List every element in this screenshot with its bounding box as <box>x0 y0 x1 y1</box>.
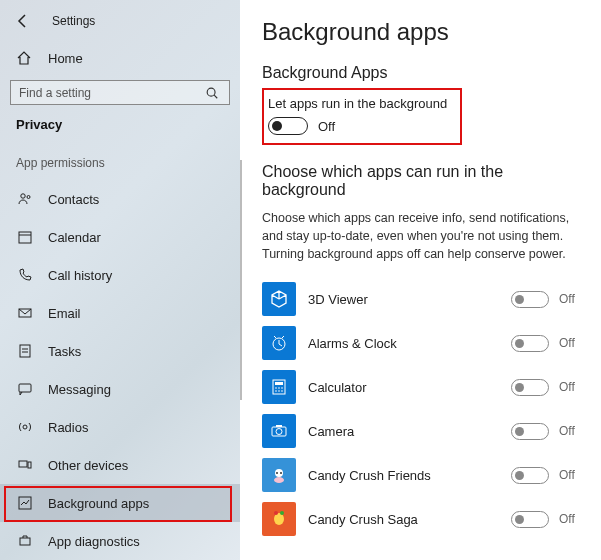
search-icon <box>205 86 221 100</box>
section-title-2: Choose which apps can run in the backgro… <box>262 163 587 199</box>
app-name: Camera <box>308 424 499 439</box>
master-toggle[interactable] <box>268 117 308 135</box>
master-toggle-label: Let apps run in the background <box>268 96 450 111</box>
sidebar-item-label: Other devices <box>48 458 128 473</box>
svg-rect-16 <box>275 382 283 385</box>
app-toggle-state: Off <box>559 512 587 526</box>
background-apps-icon <box>16 494 34 512</box>
sidebar-item-contacts[interactable]: Contacts <box>0 180 240 218</box>
app-name: Candy Crush Friends <box>308 468 499 483</box>
home-label: Home <box>48 51 83 66</box>
main-panel: Background apps Background Apps Let apps… <box>240 0 601 560</box>
sidebar-item-label: Call history <box>48 268 112 283</box>
tasks-icon <box>16 342 34 360</box>
sidebar-item-tasks[interactable]: Tasks <box>0 332 240 370</box>
svg-point-20 <box>275 391 277 393</box>
app-row-candy-crush-friends: Candy Crush Friends Off <box>262 453 587 497</box>
sidebar-item-other-devices[interactable]: Other devices <box>0 446 240 484</box>
svg-point-29 <box>280 472 282 474</box>
calendar-icon <box>16 228 34 246</box>
master-toggle-state: Off <box>318 119 335 134</box>
sidebar-item-calendar[interactable]: Calendar <box>0 218 240 256</box>
svg-point-19 <box>281 388 283 390</box>
svg-point-3 <box>27 196 30 199</box>
svg-rect-4 <box>19 232 31 243</box>
contacts-icon <box>16 190 34 208</box>
svg-point-17 <box>275 388 277 390</box>
sidebar-item-email[interactable]: Email <box>0 294 240 332</box>
app-icon-candy-crush-saga <box>262 502 296 536</box>
sidebar: Settings Home Privacy App permissions Co… <box>0 0 240 560</box>
category-label: Privacy <box>0 117 240 142</box>
svg-point-32 <box>280 511 284 515</box>
svg-point-27 <box>274 477 284 483</box>
group-label: App permissions <box>0 142 240 180</box>
sidebar-item-home[interactable]: Home <box>0 42 240 74</box>
app-toggle-state: Off <box>559 380 587 394</box>
section-title-1: Background Apps <box>262 64 587 82</box>
sidebar-item-label: Email <box>48 306 81 321</box>
app-row-3d-viewer: 3D Viewer Off <box>262 277 587 321</box>
email-icon <box>16 304 34 322</box>
app-icon-3d-viewer <box>262 282 296 316</box>
app-toggle-state: Off <box>559 468 587 482</box>
svg-rect-11 <box>28 462 31 468</box>
sidebar-item-background-apps[interactable]: Background apps <box>0 484 240 522</box>
app-name: Calculator <box>308 380 499 395</box>
svg-rect-13 <box>20 538 30 545</box>
app-icon-alarms-clock <box>262 326 296 360</box>
scrollbar[interactable] <box>240 160 242 400</box>
sidebar-item-label: Contacts <box>48 192 99 207</box>
svg-rect-25 <box>276 425 282 427</box>
sidebar-item-messaging[interactable]: Messaging <box>0 370 240 408</box>
app-toggle[interactable] <box>511 291 549 308</box>
app-icon-candy-crush-friends <box>262 458 296 492</box>
sidebar-item-label: Messaging <box>48 382 111 397</box>
app-toggle[interactable] <box>511 379 549 396</box>
app-toggle[interactable] <box>511 335 549 352</box>
phone-icon <box>16 266 34 284</box>
svg-point-22 <box>281 391 283 393</box>
app-name: 3D Viewer <box>308 292 499 307</box>
app-row-camera: Camera Off <box>262 409 587 453</box>
app-row-candy-crush-saga: Candy Crush Saga Off <box>262 497 587 541</box>
app-name: Candy Crush Saga <box>308 512 499 527</box>
svg-point-31 <box>274 511 278 515</box>
svg-point-2 <box>21 194 25 198</box>
radios-icon <box>16 418 34 436</box>
svg-point-21 <box>278 391 280 393</box>
app-list: 3D Viewer Off Alarms & Clock Off Calcula… <box>262 277 587 541</box>
sidebar-item-label: App diagnostics <box>48 534 140 549</box>
svg-point-0 <box>207 88 215 96</box>
sidebar-item-label: Tasks <box>48 344 81 359</box>
master-toggle-block: Let apps run in the background Off <box>262 88 462 145</box>
app-name: Alarms & Clock <box>308 336 499 351</box>
svg-point-9 <box>23 425 27 429</box>
app-icon-camera <box>262 414 296 448</box>
svg-line-1 <box>214 95 217 98</box>
app-row-alarms-clock: Alarms & Clock Off <box>262 321 587 365</box>
svg-point-28 <box>276 472 278 474</box>
diagnostics-icon <box>16 532 34 550</box>
app-toggle[interactable] <box>511 467 549 484</box>
settings-title: Settings <box>52 14 95 28</box>
sidebar-item-call-history[interactable]: Call history <box>0 256 240 294</box>
sidebar-item-label: Radios <box>48 420 88 435</box>
back-button[interactable] <box>12 10 34 32</box>
app-toggle-state: Off <box>559 292 587 306</box>
sidebar-item-label: Background apps <box>48 496 149 511</box>
sidebar-item-app-diagnostics[interactable]: App diagnostics <box>0 522 240 560</box>
sidebar-item-radios[interactable]: Radios <box>0 408 240 446</box>
app-toggle[interactable] <box>511 423 549 440</box>
home-icon <box>16 50 34 66</box>
search-box[interactable] <box>10 80 230 105</box>
search-input[interactable] <box>19 86 205 100</box>
svg-point-24 <box>276 429 282 435</box>
app-row-calculator: Calculator Off <box>262 365 587 409</box>
section-description: Choose which apps can receive info, send… <box>262 209 579 263</box>
app-toggle[interactable] <box>511 511 549 528</box>
svg-rect-8 <box>19 384 31 392</box>
svg-rect-7 <box>20 345 30 357</box>
app-toggle-state: Off <box>559 336 587 350</box>
svg-rect-10 <box>19 461 27 467</box>
